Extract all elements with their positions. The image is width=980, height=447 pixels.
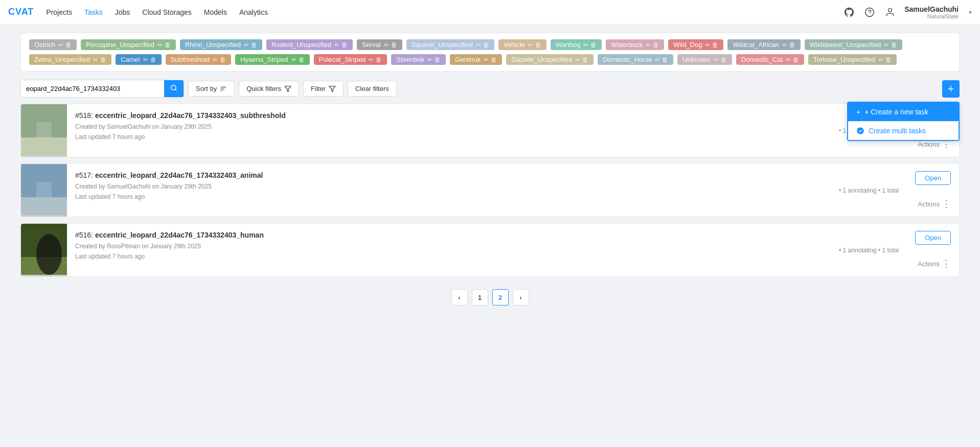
- actions-row[interactable]: Actions ⋮: [918, 258, 951, 269]
- create-new-task-button[interactable]: + + Create a new task: [848, 103, 959, 121]
- pagination-page-2[interactable]: 2: [492, 289, 509, 305]
- edit-icon[interactable]: ✏: [575, 56, 580, 63]
- label-icons[interactable]: ✏ 🗑: [878, 56, 892, 63]
- nav-jobs[interactable]: Jobs: [115, 8, 130, 16]
- pagination-page-1[interactable]: 1: [472, 289, 488, 305]
- edit-icon[interactable]: ✏: [786, 56, 791, 63]
- edit-icon[interactable]: ✏: [143, 56, 148, 63]
- label-icons[interactable]: ✏ 🗑: [58, 41, 72, 49]
- edit-icon[interactable]: ✏: [583, 41, 588, 49]
- delete-icon[interactable]: 🗑: [100, 56, 106, 63]
- delete-icon[interactable]: 🗑: [483, 41, 489, 49]
- edit-icon[interactable]: ✏: [884, 41, 889, 49]
- edit-icon[interactable]: ✏: [705, 41, 710, 49]
- chevron-down-icon[interactable]: ▾: [969, 9, 972, 16]
- delete-icon[interactable]: 🗑: [653, 41, 659, 49]
- edit-icon[interactable]: ✏: [782, 41, 787, 49]
- label-icons[interactable]: ✏ 🗑: [427, 56, 441, 63]
- edit-icon[interactable]: ✏: [213, 56, 218, 63]
- edit-icon[interactable]: ✏: [157, 41, 163, 49]
- user-profile[interactable]: SamuelGachuhi NaturalState: [904, 5, 959, 19]
- delete-icon[interactable]: 🗑: [299, 56, 305, 63]
- create-multi-tasks-button[interactable]: Create multi tasks: [848, 121, 959, 140]
- label-icons[interactable]: ✏ 🗑: [655, 56, 668, 63]
- search-input[interactable]: [21, 81, 164, 96]
- delete-icon[interactable]: 🗑: [391, 41, 397, 49]
- sort-by-button[interactable]: Sort by: [188, 81, 235, 97]
- nav-analytics[interactable]: Analytics: [239, 8, 268, 16]
- delete-icon[interactable]: 🗑: [535, 41, 541, 49]
- label-icons[interactable]: ✏ 🗑: [646, 41, 659, 49]
- label-icons[interactable]: ✏ 🗑: [782, 41, 795, 49]
- label-icons[interactable]: ✏ 🗑: [143, 56, 156, 63]
- edit-icon[interactable]: ✏: [476, 41, 481, 49]
- nav-cloud-storages[interactable]: Cloud Storages: [142, 8, 192, 16]
- delete-icon[interactable]: 🗑: [793, 56, 799, 63]
- label-icons[interactable]: ✏ 🗑: [369, 56, 382, 63]
- label-icons[interactable]: ✏ 🗑: [291, 56, 305, 63]
- label-icons[interactable]: ✏ 🗑: [384, 41, 397, 49]
- delete-icon[interactable]: 🗑: [376, 56, 382, 63]
- label-icons[interactable]: ✏ 🗑: [157, 41, 171, 49]
- delete-icon[interactable]: 🗑: [721, 56, 727, 63]
- delete-icon[interactable]: 🗑: [885, 56, 892, 63]
- delete-icon[interactable]: 🗑: [891, 41, 897, 49]
- edit-icon[interactable]: ✏: [334, 41, 339, 49]
- edit-icon[interactable]: ✏: [646, 41, 651, 49]
- delete-icon[interactable]: 🗑: [712, 41, 718, 49]
- label-icons[interactable]: ✏ 🗑: [786, 56, 799, 63]
- delete-icon[interactable]: 🗑: [491, 56, 497, 63]
- edit-icon[interactable]: ✏: [655, 56, 660, 63]
- label-icons[interactable]: ✏ 🗑: [476, 41, 489, 49]
- edit-icon[interactable]: ✏: [58, 41, 63, 49]
- label-icons[interactable]: ✏ 🗑: [484, 56, 497, 63]
- label-icons[interactable]: ✏ 🗑: [583, 41, 597, 49]
- delete-icon[interactable]: 🗑: [789, 41, 795, 49]
- nav-tasks[interactable]: Tasks: [84, 8, 103, 16]
- help-icon[interactable]: [863, 6, 876, 18]
- edit-icon[interactable]: ✏: [291, 56, 297, 63]
- quick-filters-button[interactable]: Quick filters: [239, 81, 299, 97]
- filter-button[interactable]: Filter: [303, 81, 344, 97]
- edit-icon[interactable]: ✏: [369, 56, 374, 63]
- pagination-next[interactable]: ›: [513, 289, 529, 305]
- label-icons[interactable]: ✏ 🗑: [705, 41, 718, 49]
- delete-icon[interactable]: 🗑: [165, 41, 171, 49]
- delete-icon[interactable]: 🗑: [220, 56, 226, 63]
- delete-icon[interactable]: 🗑: [65, 41, 72, 49]
- label-icons[interactable]: ✏ 🗑: [244, 41, 257, 49]
- edit-icon[interactable]: ✏: [93, 56, 98, 63]
- actions-row[interactable]: Actions ⋮: [918, 198, 951, 209]
- actions-dots-icon[interactable]: ⋮: [942, 198, 951, 209]
- delete-icon[interactable]: 🗑: [662, 56, 668, 63]
- edit-icon[interactable]: ✏: [384, 41, 389, 49]
- edit-icon[interactable]: ✏: [714, 56, 719, 63]
- actions-dots-icon[interactable]: ⋮: [942, 258, 951, 269]
- delete-icon[interactable]: 🗑: [435, 56, 441, 63]
- edit-icon[interactable]: ✏: [427, 56, 432, 63]
- label-icons[interactable]: ✏ 🗑: [93, 56, 106, 63]
- pagination-prev[interactable]: ‹: [451, 289, 468, 305]
- label-icons[interactable]: ✏ 🗑: [575, 56, 588, 63]
- edit-icon[interactable]: ✏: [878, 56, 883, 63]
- search-button[interactable]: [164, 80, 184, 97]
- delete-icon[interactable]: 🗑: [341, 41, 348, 49]
- clear-filters-button[interactable]: Clear filters: [348, 81, 397, 97]
- nav-models[interactable]: Models: [204, 8, 227, 16]
- label-icons[interactable]: ✏ 🗑: [714, 56, 727, 63]
- create-plus-button[interactable]: +: [942, 80, 960, 98]
- github-icon[interactable]: [843, 6, 855, 18]
- edit-icon[interactable]: ✏: [484, 56, 489, 63]
- nav-projects[interactable]: Projects: [46, 8, 72, 16]
- delete-icon[interactable]: 🗑: [590, 41, 597, 49]
- delete-icon[interactable]: 🗑: [582, 56, 588, 63]
- open-button[interactable]: Open: [915, 171, 951, 185]
- edit-icon[interactable]: ✏: [528, 41, 533, 49]
- edit-icon[interactable]: ✏: [244, 41, 249, 49]
- label-icons[interactable]: ✏ 🗑: [334, 41, 348, 49]
- delete-icon[interactable]: 🗑: [251, 41, 257, 49]
- open-button[interactable]: Open: [915, 231, 951, 245]
- label-icons[interactable]: ✏ 🗑: [884, 41, 897, 49]
- label-icons[interactable]: ✏ 🗑: [528, 41, 541, 49]
- label-icons[interactable]: ✏ 🗑: [213, 56, 226, 63]
